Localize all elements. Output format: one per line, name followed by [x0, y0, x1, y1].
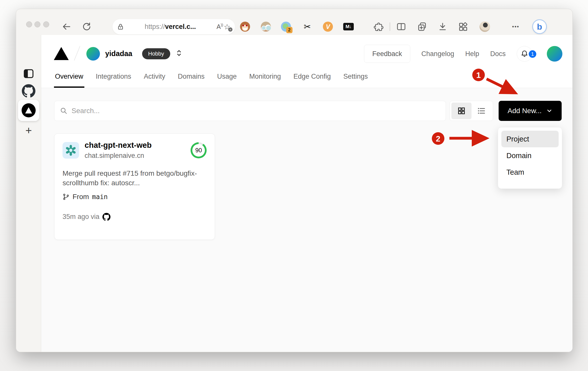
- project-favicon: [63, 142, 79, 159]
- favorite-star-icon[interactable]: ☆+: [224, 23, 230, 31]
- help-link[interactable]: Help: [465, 50, 479, 58]
- plan-badge: Hobby: [142, 48, 170, 59]
- add-new-dropdown: Project Domain Team: [498, 127, 562, 189]
- split-screen-icon[interactable]: [395, 21, 407, 32]
- traffic-zoom-button[interactable]: [43, 21, 49, 27]
- refresh-icon: [82, 22, 91, 31]
- team-name[interactable]: yidadaa: [105, 50, 132, 58]
- project-domain[interactable]: chat.simplenaive.cn: [85, 152, 152, 160]
- sidebar-panel-icon: [23, 68, 34, 79]
- lock-icon: [117, 23, 124, 30]
- browser-toolbar: https://vercel.c... A ☆+ 2 ✂ V M↓: [16, 9, 572, 35]
- sidebar-add-button[interactable]: +: [16, 125, 41, 136]
- header-actions: Feedback Changelog Help Docs 1: [364, 45, 562, 63]
- score-value: 90: [192, 144, 205, 157]
- list-view-icon: [477, 107, 486, 115]
- tab-settings[interactable]: Settings: [343, 71, 368, 88]
- apps-icon[interactable]: [457, 21, 469, 32]
- tab-domains[interactable]: Domains: [178, 71, 205, 88]
- extension-face-icon[interactable]: [260, 21, 272, 32]
- extension-markdown-icon[interactable]: M↓: [343, 21, 354, 32]
- refresh-button[interactable]: [81, 21, 92, 32]
- tab-edge-config[interactable]: Edge Config: [293, 71, 331, 88]
- address-bar[interactable]: https://vercel.c... A ☆+: [112, 19, 235, 34]
- tab-monitoring[interactable]: Monitoring: [249, 71, 281, 88]
- chevron-updown-icon: [175, 49, 183, 57]
- menu-item-domain[interactable]: Domain: [501, 147, 559, 164]
- tab-activity[interactable]: Activity: [144, 71, 165, 88]
- back-arrow-icon: [62, 22, 71, 31]
- bing-chat-button[interactable]: b: [532, 19, 548, 35]
- lighthouse-score[interactable]: 90: [191, 142, 207, 158]
- bell-icon: [520, 50, 528, 58]
- notification-count-badge: 1: [528, 50, 537, 59]
- chevron-down-icon: [546, 108, 553, 114]
- browser-window: https://vercel.c... A ☆+ 2 ✂ V M↓: [16, 9, 573, 352]
- project-name[interactable]: chat-gpt-next-web: [85, 141, 152, 150]
- grid-view-icon: [457, 107, 466, 115]
- branch-label: From: [73, 193, 89, 201]
- feedback-button[interactable]: Feedback: [364, 45, 410, 63]
- team-switcher-button[interactable]: [175, 49, 183, 58]
- openai-logo-icon: [65, 145, 77, 156]
- extensions-puzzle-icon[interactable]: [373, 21, 384, 32]
- sidebar-toggle-button[interactable]: [16, 68, 41, 79]
- search-icon: [60, 107, 68, 115]
- list-view-button[interactable]: [472, 103, 492, 119]
- extension-vc-icon[interactable]: V: [322, 21, 334, 32]
- favorite-add-badge: +: [228, 27, 232, 32]
- breadcrumb-slash: [74, 46, 80, 61]
- sidebar-item-vercel[interactable]: [16, 100, 41, 121]
- tab-overview[interactable]: Overview: [55, 71, 83, 88]
- edge-sidebar: +: [16, 35, 41, 352]
- branch-name: main: [92, 193, 108, 201]
- extension-badge: 2: [286, 27, 292, 33]
- notifications-button[interactable]: 1: [517, 46, 532, 62]
- url-text: https://vercel.c...: [127, 23, 213, 31]
- docs-link[interactable]: Docs: [490, 50, 506, 58]
- menu-item-project[interactable]: Project: [501, 131, 559, 147]
- menu-item-team[interactable]: Team: [501, 164, 559, 180]
- add-new-button[interactable]: Add New...: [499, 101, 562, 121]
- github-source-icon: [102, 213, 110, 221]
- extension-scissors-icon[interactable]: ✂: [302, 21, 313, 32]
- browser-profile-avatar[interactable]: [479, 21, 491, 32]
- collections-icon[interactable]: [416, 21, 428, 32]
- back-button[interactable]: [61, 21, 72, 32]
- traffic-close-button[interactable]: [26, 21, 32, 27]
- dashboard-tabs: Overview Integrations Activity Domains U…: [55, 71, 368, 88]
- grid-view-button[interactable]: [451, 103, 472, 119]
- read-aloud-icon[interactable]: A: [216, 23, 221, 30]
- vercel-logo-icon[interactable]: [54, 47, 69, 60]
- traffic-minimize-button[interactable]: [34, 21, 40, 27]
- changelog-link[interactable]: Changelog: [421, 50, 454, 58]
- downloads-icon[interactable]: [437, 21, 448, 32]
- tab-usage[interactable]: Usage: [217, 71, 237, 88]
- extension-monkey-icon[interactable]: [239, 21, 251, 32]
- user-avatar[interactable]: [547, 46, 562, 62]
- tab-integrations[interactable]: Integrations: [96, 71, 131, 88]
- github-icon: [22, 84, 35, 98]
- view-toggle: [450, 101, 493, 121]
- team-avatar[interactable]: [86, 47, 100, 61]
- search-input[interactable]: [72, 107, 440, 115]
- git-branch-icon: [63, 193, 70, 200]
- vercel-app-icon: [22, 103, 36, 117]
- extension-dot-icon[interactable]: 2: [280, 21, 292, 32]
- deploy-time: 35m ago via: [63, 213, 99, 221]
- bing-icon: b: [532, 19, 547, 34]
- sidebar-item-github[interactable]: [16, 84, 41, 98]
- more-menu-button[interactable]: •••: [510, 21, 521, 32]
- vercel-dashboard: yidadaa Hobby Feedback Changelog Help Do…: [41, 35, 572, 352]
- commit-message: Merge pull request #715 from betgo/bugfi…: [63, 169, 198, 188]
- dashboard-header: yidadaa Hobby Feedback Changelog Help Do…: [41, 35, 572, 71]
- toolbar-divider: [390, 22, 390, 31]
- project-search[interactable]: [54, 101, 446, 121]
- project-card[interactable]: chat-gpt-next-web chat.simplenaive.cn 90…: [54, 133, 215, 240]
